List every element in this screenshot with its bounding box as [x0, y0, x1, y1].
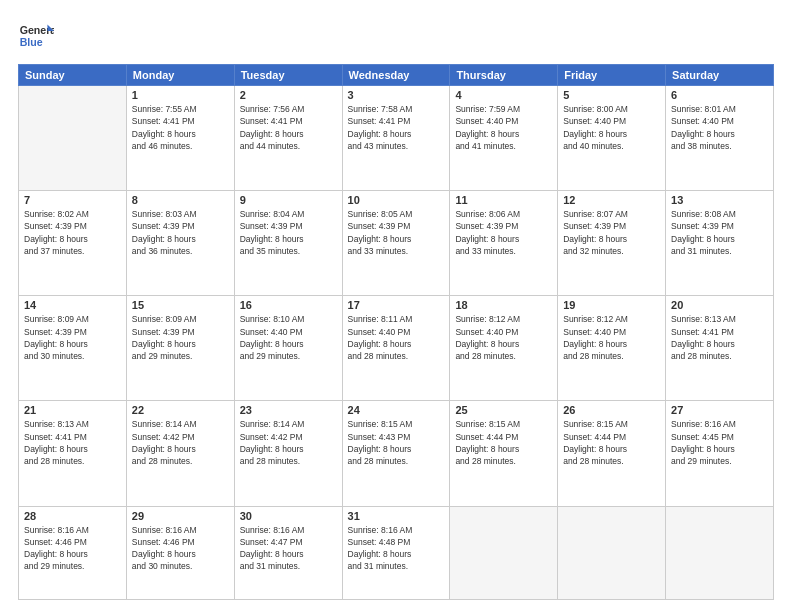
- day-info: Sunrise: 8:03 AM Sunset: 4:39 PM Dayligh…: [132, 208, 229, 257]
- day-info: Sunrise: 7:56 AM Sunset: 4:41 PM Dayligh…: [240, 103, 337, 152]
- day-number: 15: [132, 299, 229, 311]
- weekday-header-monday: Monday: [126, 65, 234, 86]
- week-row-5: 28Sunrise: 8:16 AM Sunset: 4:46 PM Dayli…: [19, 506, 774, 600]
- day-number: 18: [455, 299, 552, 311]
- day-number: 31: [348, 510, 445, 522]
- weekday-header-sunday: Sunday: [19, 65, 127, 86]
- day-number: 7: [24, 194, 121, 206]
- svg-text:Blue: Blue: [20, 36, 43, 48]
- day-info: Sunrise: 8:10 AM Sunset: 4:40 PM Dayligh…: [240, 313, 337, 362]
- weekday-header-friday: Friday: [558, 65, 666, 86]
- day-info: Sunrise: 8:12 AM Sunset: 4:40 PM Dayligh…: [455, 313, 552, 362]
- calendar-cell: 19Sunrise: 8:12 AM Sunset: 4:40 PM Dayli…: [558, 296, 666, 401]
- day-number: 5: [563, 89, 660, 101]
- week-row-2: 7Sunrise: 8:02 AM Sunset: 4:39 PM Daylig…: [19, 191, 774, 296]
- calendar-cell: [19, 86, 127, 191]
- calendar-cell: 17Sunrise: 8:11 AM Sunset: 4:40 PM Dayli…: [342, 296, 450, 401]
- day-number: 1: [132, 89, 229, 101]
- logo: General Blue: [18, 18, 54, 54]
- day-info: Sunrise: 8:05 AM Sunset: 4:39 PM Dayligh…: [348, 208, 445, 257]
- day-info: Sunrise: 8:09 AM Sunset: 4:39 PM Dayligh…: [132, 313, 229, 362]
- day-number: 9: [240, 194, 337, 206]
- calendar-cell: 11Sunrise: 8:06 AM Sunset: 4:39 PM Dayli…: [450, 191, 558, 296]
- day-number: 25: [455, 404, 552, 416]
- day-number: 24: [348, 404, 445, 416]
- day-info: Sunrise: 7:58 AM Sunset: 4:41 PM Dayligh…: [348, 103, 445, 152]
- day-info: Sunrise: 8:16 AM Sunset: 4:46 PM Dayligh…: [24, 524, 121, 573]
- day-info: Sunrise: 8:16 AM Sunset: 4:46 PM Dayligh…: [132, 524, 229, 573]
- calendar-cell: 4Sunrise: 7:59 AM Sunset: 4:40 PM Daylig…: [450, 86, 558, 191]
- day-info: Sunrise: 8:14 AM Sunset: 4:42 PM Dayligh…: [132, 418, 229, 467]
- weekday-header-tuesday: Tuesday: [234, 65, 342, 86]
- weekday-header-row: SundayMondayTuesdayWednesdayThursdayFrid…: [19, 65, 774, 86]
- day-number: 8: [132, 194, 229, 206]
- day-info: Sunrise: 7:59 AM Sunset: 4:40 PM Dayligh…: [455, 103, 552, 152]
- weekday-header-thursday: Thursday: [450, 65, 558, 86]
- weekday-header-wednesday: Wednesday: [342, 65, 450, 86]
- day-number: 30: [240, 510, 337, 522]
- calendar-cell: 3Sunrise: 7:58 AM Sunset: 4:41 PM Daylig…: [342, 86, 450, 191]
- day-info: Sunrise: 8:07 AM Sunset: 4:39 PM Dayligh…: [563, 208, 660, 257]
- day-number: 2: [240, 89, 337, 101]
- calendar-cell: 5Sunrise: 8:00 AM Sunset: 4:40 PM Daylig…: [558, 86, 666, 191]
- day-number: 6: [671, 89, 768, 101]
- day-number: 27: [671, 404, 768, 416]
- day-info: Sunrise: 8:02 AM Sunset: 4:39 PM Dayligh…: [24, 208, 121, 257]
- day-number: 12: [563, 194, 660, 206]
- day-info: Sunrise: 8:13 AM Sunset: 4:41 PM Dayligh…: [671, 313, 768, 362]
- day-number: 28: [24, 510, 121, 522]
- week-row-1: 1Sunrise: 7:55 AM Sunset: 4:41 PM Daylig…: [19, 86, 774, 191]
- calendar-cell: [558, 506, 666, 600]
- day-number: 3: [348, 89, 445, 101]
- day-info: Sunrise: 8:06 AM Sunset: 4:39 PM Dayligh…: [455, 208, 552, 257]
- calendar-cell: 25Sunrise: 8:15 AM Sunset: 4:44 PM Dayli…: [450, 401, 558, 506]
- week-row-3: 14Sunrise: 8:09 AM Sunset: 4:39 PM Dayli…: [19, 296, 774, 401]
- calendar-cell: 12Sunrise: 8:07 AM Sunset: 4:39 PM Dayli…: [558, 191, 666, 296]
- day-info: Sunrise: 8:15 AM Sunset: 4:44 PM Dayligh…: [455, 418, 552, 467]
- calendar-table: SundayMondayTuesdayWednesdayThursdayFrid…: [18, 64, 774, 600]
- day-info: Sunrise: 8:08 AM Sunset: 4:39 PM Dayligh…: [671, 208, 768, 257]
- calendar-cell: 16Sunrise: 8:10 AM Sunset: 4:40 PM Dayli…: [234, 296, 342, 401]
- day-number: 10: [348, 194, 445, 206]
- day-number: 20: [671, 299, 768, 311]
- day-number: 21: [24, 404, 121, 416]
- day-number: 19: [563, 299, 660, 311]
- calendar-cell: 20Sunrise: 8:13 AM Sunset: 4:41 PM Dayli…: [666, 296, 774, 401]
- calendar-cell: 21Sunrise: 8:13 AM Sunset: 4:41 PM Dayli…: [19, 401, 127, 506]
- day-number: 11: [455, 194, 552, 206]
- day-info: Sunrise: 8:15 AM Sunset: 4:43 PM Dayligh…: [348, 418, 445, 467]
- calendar-cell: 2Sunrise: 7:56 AM Sunset: 4:41 PM Daylig…: [234, 86, 342, 191]
- calendar-cell: 7Sunrise: 8:02 AM Sunset: 4:39 PM Daylig…: [19, 191, 127, 296]
- day-info: Sunrise: 7:55 AM Sunset: 4:41 PM Dayligh…: [132, 103, 229, 152]
- calendar-cell: 18Sunrise: 8:12 AM Sunset: 4:40 PM Dayli…: [450, 296, 558, 401]
- day-number: 29: [132, 510, 229, 522]
- day-number: 17: [348, 299, 445, 311]
- calendar-cell: 30Sunrise: 8:16 AM Sunset: 4:47 PM Dayli…: [234, 506, 342, 600]
- calendar-cell: 13Sunrise: 8:08 AM Sunset: 4:39 PM Dayli…: [666, 191, 774, 296]
- day-info: Sunrise: 8:16 AM Sunset: 4:47 PM Dayligh…: [240, 524, 337, 573]
- calendar-cell: 26Sunrise: 8:15 AM Sunset: 4:44 PM Dayli…: [558, 401, 666, 506]
- day-number: 4: [455, 89, 552, 101]
- calendar-cell: 31Sunrise: 8:16 AM Sunset: 4:48 PM Dayli…: [342, 506, 450, 600]
- calendar-cell: 9Sunrise: 8:04 AM Sunset: 4:39 PM Daylig…: [234, 191, 342, 296]
- calendar-cell: 23Sunrise: 8:14 AM Sunset: 4:42 PM Dayli…: [234, 401, 342, 506]
- day-info: Sunrise: 8:15 AM Sunset: 4:44 PM Dayligh…: [563, 418, 660, 467]
- calendar-cell: [450, 506, 558, 600]
- calendar-cell: 29Sunrise: 8:16 AM Sunset: 4:46 PM Dayli…: [126, 506, 234, 600]
- day-info: Sunrise: 8:14 AM Sunset: 4:42 PM Dayligh…: [240, 418, 337, 467]
- day-info: Sunrise: 8:04 AM Sunset: 4:39 PM Dayligh…: [240, 208, 337, 257]
- calendar-cell: 10Sunrise: 8:05 AM Sunset: 4:39 PM Dayli…: [342, 191, 450, 296]
- day-info: Sunrise: 8:01 AM Sunset: 4:40 PM Dayligh…: [671, 103, 768, 152]
- weekday-header-saturday: Saturday: [666, 65, 774, 86]
- calendar-cell: 22Sunrise: 8:14 AM Sunset: 4:42 PM Dayli…: [126, 401, 234, 506]
- calendar-cell: 15Sunrise: 8:09 AM Sunset: 4:39 PM Dayli…: [126, 296, 234, 401]
- day-number: 23: [240, 404, 337, 416]
- calendar-cell: 27Sunrise: 8:16 AM Sunset: 4:45 PM Dayli…: [666, 401, 774, 506]
- logo-icon: General Blue: [18, 18, 54, 54]
- day-info: Sunrise: 8:16 AM Sunset: 4:45 PM Dayligh…: [671, 418, 768, 467]
- day-number: 26: [563, 404, 660, 416]
- calendar-cell: [666, 506, 774, 600]
- day-info: Sunrise: 8:13 AM Sunset: 4:41 PM Dayligh…: [24, 418, 121, 467]
- calendar-cell: 24Sunrise: 8:15 AM Sunset: 4:43 PM Dayli…: [342, 401, 450, 506]
- day-info: Sunrise: 8:11 AM Sunset: 4:40 PM Dayligh…: [348, 313, 445, 362]
